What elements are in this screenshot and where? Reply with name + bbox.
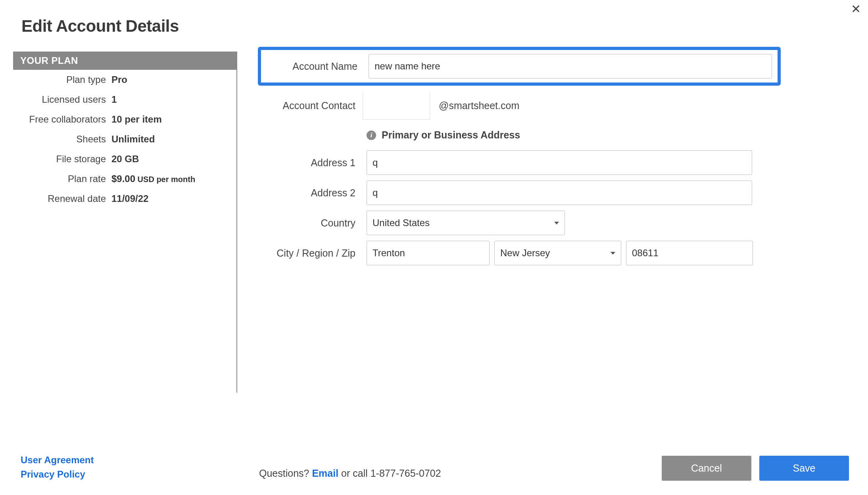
plan-sidebar: YOUR PLAN Plan type Pro Licensed users 1… bbox=[13, 52, 237, 209]
free-collaborators-value: 10 per item bbox=[111, 114, 162, 125]
plan-row-free-collaborators: Free collaborators 10 per item bbox=[13, 109, 237, 129]
close-icon[interactable]: ✕ bbox=[851, 3, 861, 15]
address1-input[interactable] bbox=[367, 150, 752, 175]
account-contact-row: Account Contact @smartsheet.com bbox=[263, 91, 787, 120]
region-value: New Jersey bbox=[500, 248, 611, 259]
file-storage-label: File storage bbox=[13, 153, 111, 165]
email-link[interactable]: Email bbox=[312, 468, 338, 479]
plan-rate-unit: USD per month bbox=[135, 175, 195, 184]
plan-row-licensed-users: Licensed users 1 bbox=[13, 90, 237, 109]
address2-row: Address 2 bbox=[263, 180, 787, 205]
account-name-highlight: Account Name bbox=[258, 47, 781, 86]
plan-header: YOUR PLAN bbox=[13, 52, 237, 70]
footer-questions: Questions? Email or call 1-877-765-0702 bbox=[259, 468, 441, 479]
footer-buttons: Cancel Save bbox=[662, 456, 849, 481]
plan-row-file-storage: File storage 20 GB bbox=[13, 149, 237, 169]
renewal-date-value: 11/09/22 bbox=[111, 193, 148, 204]
country-select[interactable]: United States bbox=[367, 211, 565, 235]
address-heading-row: i Primary or Business Address bbox=[367, 129, 787, 141]
city-region-zip-row: City / Region / Zip New Jersey bbox=[263, 241, 787, 265]
vertical-divider bbox=[236, 52, 237, 393]
plan-row-plan-rate: Plan rate $9.00 USD per month bbox=[13, 169, 237, 189]
plan-row-sheets: Sheets Unlimited bbox=[13, 129, 237, 149]
cancel-button[interactable]: Cancel bbox=[662, 456, 751, 481]
plan-type-label: Plan type bbox=[13, 74, 111, 85]
free-collaborators-label: Free collaborators bbox=[13, 114, 111, 125]
account-contact-value: @smartsheet.com bbox=[439, 98, 519, 113]
file-storage-value: 20 GB bbox=[111, 153, 139, 165]
plan-row-renewal-date: Renewal date 11/09/22 bbox=[13, 189, 237, 209]
address1-row: Address 1 bbox=[263, 150, 787, 175]
plan-type-value: Pro bbox=[111, 74, 127, 85]
account-contact-redacted-box bbox=[363, 91, 430, 120]
footer-links: User Agreement Privacy Policy bbox=[21, 453, 94, 482]
licensed-users-value: 1 bbox=[111, 94, 117, 105]
city-input[interactable] bbox=[367, 241, 490, 265]
plan-rate-label: Plan rate bbox=[13, 173, 111, 184]
address-heading: Primary or Business Address bbox=[382, 129, 520, 141]
city-region-zip-label: City / Region / Zip bbox=[263, 248, 355, 259]
country-row: Country United States bbox=[263, 211, 787, 235]
caret-down-icon bbox=[611, 252, 615, 255]
renewal-date-label: Renewal date bbox=[13, 193, 111, 204]
plan-row-plan-type: Plan type Pro bbox=[13, 70, 237, 90]
region-select[interactable]: New Jersey bbox=[494, 241, 621, 265]
account-name-input[interactable] bbox=[369, 54, 772, 79]
save-button[interactable]: Save bbox=[759, 456, 849, 481]
sheets-value: Unlimited bbox=[111, 134, 155, 145]
account-name-label: Account Name bbox=[267, 61, 357, 72]
address2-input[interactable] bbox=[367, 180, 752, 205]
account-contact-label: Account Contact bbox=[263, 100, 355, 111]
caret-down-icon bbox=[554, 222, 559, 224]
questions-suffix: or call 1-877-765-0702 bbox=[338, 468, 441, 479]
sheets-label: Sheets bbox=[13, 134, 111, 145]
info-icon: i bbox=[367, 130, 376, 140]
privacy-policy-link[interactable]: Privacy Policy bbox=[21, 467, 94, 482]
account-form: Account Name Account Contact @smartsheet… bbox=[263, 51, 787, 271]
user-agreement-link[interactable]: User Agreement bbox=[21, 453, 94, 467]
plan-rate-value: $9.00 USD per month bbox=[111, 173, 195, 184]
licensed-users-label: Licensed users bbox=[13, 94, 111, 105]
country-value: United States bbox=[373, 217, 554, 228]
questions-prefix: Questions? bbox=[259, 468, 312, 479]
zip-input[interactable] bbox=[626, 241, 753, 265]
country-label: Country bbox=[263, 217, 355, 229]
plan-rate-amount: $9.00 bbox=[111, 173, 135, 184]
address2-label: Address 2 bbox=[263, 187, 355, 199]
page-title: Edit Account Details bbox=[21, 17, 179, 36]
address1-label: Address 1 bbox=[263, 157, 355, 169]
